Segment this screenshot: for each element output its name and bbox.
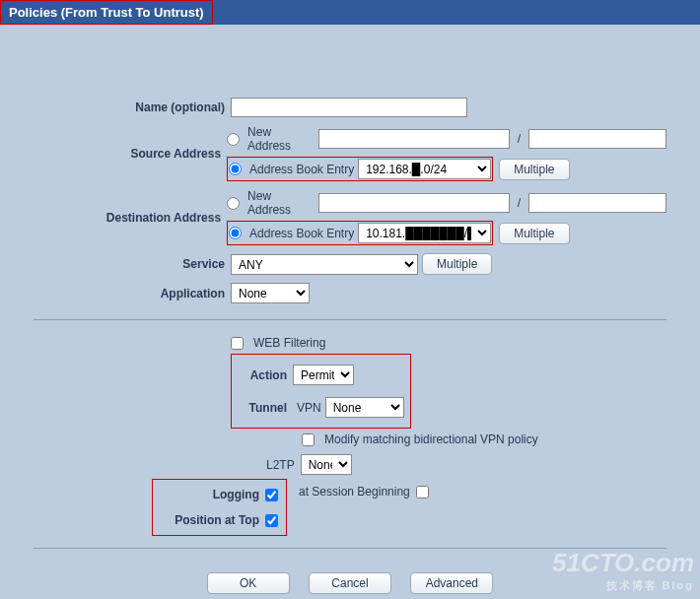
action-select[interactable]: Permit	[293, 365, 354, 385]
divider	[34, 319, 666, 320]
label-position-top: Position at Top	[157, 513, 265, 527]
src-book-select[interactable]: 192.168.█.0/24	[358, 159, 491, 179]
modify-bi-checkbox[interactable]	[302, 433, 315, 446]
dst-book-radio[interactable]	[229, 227, 242, 239]
dst-new-ip-input[interactable]	[318, 193, 509, 213]
ok-button[interactable]: OK	[207, 572, 290, 594]
application-select[interactable]: None	[231, 283, 310, 303]
dst-multiple-button[interactable]: Multiple	[499, 223, 569, 244]
action-tunnel-group: Action Permit Tunnel VPN None	[231, 354, 411, 429]
src-new-ip-input[interactable]	[318, 129, 509, 149]
advanced-button[interactable]: Advanced	[410, 572, 493, 594]
divider	[34, 548, 666, 549]
l2tp-select[interactable]: None	[301, 454, 352, 475]
slash: /	[514, 132, 525, 146]
service-select[interactable]: ANY	[231, 254, 418, 275]
modify-bi-label: Modify matching bidirectional VPN policy	[324, 433, 538, 446]
at-session-label: at Session Beginning	[299, 485, 410, 499]
dst-new-mask-input[interactable]	[528, 193, 666, 213]
web-filtering-label: WEB Filtering	[253, 336, 325, 350]
label-action: Action	[238, 368, 293, 382]
label-vpn: VPN	[293, 401, 325, 415]
dst-new-label: New Address	[247, 189, 315, 217]
logging-group: Logging Position at Top	[152, 479, 287, 536]
label-tunnel: Tunnel	[238, 401, 293, 415]
position-top-checkbox[interactable]	[265, 514, 278, 527]
name-input[interactable]	[231, 98, 467, 117]
label-name: Name (optional)	[34, 100, 231, 114]
label-l2tp: L2TP	[266, 458, 295, 472]
footer-buttons: OK Cancel Advanced	[34, 561, 666, 599]
src-book-radio[interactable]	[229, 163, 242, 175]
dst-new-radio[interactable]	[227, 197, 240, 210]
src-multiple-button[interactable]: Multiple	[499, 159, 569, 180]
logging-checkbox[interactable]	[265, 489, 278, 501]
label-service: Service	[34, 257, 231, 271]
label-application: Application	[34, 287, 231, 300]
src-new-radio[interactable]	[227, 133, 240, 146]
src-new-label: New Address	[247, 125, 315, 153]
src-new-mask-input[interactable]	[528, 129, 666, 149]
tunnel-vpn-select[interactable]: None	[325, 397, 404, 418]
slash: /	[514, 196, 525, 210]
policy-form: Name (optional) Source Address New Addre…	[0, 94, 700, 599]
label-destination: Destination Address	[34, 211, 227, 225]
banner-area	[0, 25, 700, 94]
label-logging: Logging	[157, 488, 265, 501]
service-multiple-button[interactable]: Multiple	[422, 253, 492, 275]
dst-book-select[interactable]: 10.181.███████/██	[358, 223, 491, 243]
cancel-button[interactable]: Cancel	[309, 572, 391, 594]
label-source: Source Address	[34, 147, 227, 161]
dst-book-label: Address Book Entry	[249, 227, 354, 240]
page-title: Policies (From Trust To Untrust)	[0, 0, 213, 25]
src-book-label: Address Book Entry	[249, 163, 354, 176]
at-session-checkbox[interactable]	[416, 486, 429, 499]
web-filtering-checkbox[interactable]	[231, 337, 244, 350]
